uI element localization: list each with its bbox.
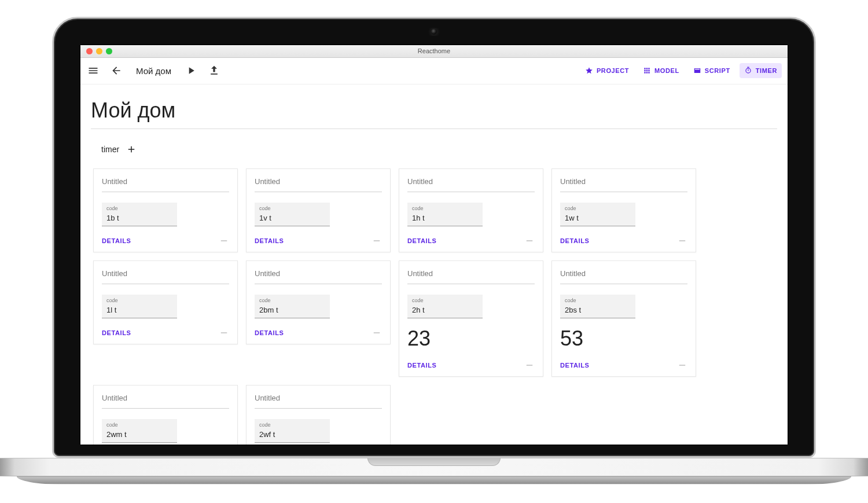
- timer-card: UntitledcodeDETAILS: [93, 260, 238, 344]
- section-label: timer: [101, 145, 119, 154]
- details-button[interactable]: DETAILS: [255, 237, 284, 244]
- section-header: timer: [91, 144, 777, 155]
- card-actions: DETAILS: [560, 236, 687, 246]
- code-field[interactable]: code: [255, 419, 330, 443]
- remove-icon[interactable]: [372, 328, 382, 338]
- code-field[interactable]: code: [102, 295, 177, 318]
- remove-icon[interactable]: [524, 360, 535, 370]
- code-input[interactable]: [106, 214, 172, 222]
- script-icon: [693, 67, 701, 75]
- remove-icon[interactable]: [219, 328, 229, 338]
- code-field[interactable]: code: [560, 203, 635, 226]
- timer-card: UntitledcodeDETAILS: [551, 168, 696, 252]
- code-field[interactable]: code: [407, 295, 483, 318]
- code-input[interactable]: [259, 214, 325, 222]
- details-button[interactable]: DETAILS: [102, 237, 131, 244]
- code-field[interactable]: code: [560, 295, 635, 318]
- upload-icon[interactable]: [207, 64, 221, 78]
- window-titlebar: Reacthome: [80, 45, 788, 58]
- code-field[interactable]: code: [102, 203, 177, 226]
- page-title: Мой дом: [91, 98, 777, 129]
- card-actions: DETAILS: [102, 328, 229, 338]
- star-icon: [585, 67, 593, 75]
- card-title: Untitled: [102, 394, 229, 409]
- add-icon[interactable]: [126, 144, 137, 155]
- details-button[interactable]: DETAILS: [407, 237, 436, 244]
- details-button[interactable]: DETAILS: [560, 362, 589, 369]
- tab-label: PROJECT: [597, 67, 629, 74]
- details-button[interactable]: DETAILS: [407, 362, 436, 369]
- menu-icon[interactable]: [86, 64, 100, 78]
- card-actions: DETAILS: [560, 360, 687, 370]
- code-field[interactable]: code: [407, 203, 483, 226]
- timer-icon: [744, 67, 752, 75]
- code-label: code: [106, 205, 172, 211]
- screen-frame: Reacthome Мой дом: [79, 44, 789, 446]
- tab-script[interactable]: SCRIPT: [689, 63, 735, 78]
- laptop-notch: [367, 458, 501, 466]
- tab-project[interactable]: PROJECT: [580, 63, 634, 78]
- timer-card: UntitledcodeDETAILS: [399, 168, 543, 252]
- back-icon[interactable]: [109, 64, 123, 78]
- card-actions: DETAILS: [255, 236, 382, 246]
- card-title: Untitled: [560, 269, 687, 284]
- code-label: code: [565, 205, 631, 211]
- app-toolbar: Мой дом PROJECT: [80, 58, 788, 85]
- tab-label: MODEL: [654, 67, 679, 74]
- card-title: Untitled: [102, 177, 229, 192]
- card-title: Untitled: [102, 269, 229, 284]
- code-field[interactable]: code: [255, 295, 330, 318]
- card-actions: DETAILS: [407, 236, 535, 246]
- play-icon[interactable]: [184, 64, 198, 78]
- tab-label: SCRIPT: [705, 67, 730, 74]
- laptop-base: [0, 458, 868, 487]
- code-label: code: [259, 422, 325, 428]
- card-actions: DETAILS: [102, 236, 229, 246]
- card-actions: DETAILS: [407, 360, 535, 370]
- code-label: code: [106, 298, 172, 303]
- window-title: Reacthome: [80, 47, 788, 54]
- code-input[interactable]: [259, 430, 325, 439]
- card-title: Untitled: [255, 394, 382, 409]
- code-field[interactable]: code: [102, 419, 177, 443]
- code-input[interactable]: [565, 214, 631, 222]
- code-input[interactable]: [565, 306, 631, 314]
- camera-icon: [425, 28, 443, 36]
- code-input[interactable]: [106, 306, 172, 314]
- timer-card: Untitledcode53: [93, 385, 238, 445]
- code-label: code: [259, 298, 325, 303]
- tab-model[interactable]: MODEL: [638, 63, 684, 78]
- card-title: Untitled: [407, 177, 535, 192]
- timer-cards-grid: UntitledcodeDETAILSUntitledcodeDETAILSUn…: [91, 168, 777, 445]
- details-button[interactable]: DETAILS: [102, 329, 131, 336]
- details-button[interactable]: DETAILS: [560, 237, 589, 244]
- code-input[interactable]: [412, 306, 478, 314]
- timer-card: Untitledcode53DETAILS: [551, 260, 696, 377]
- code-input[interactable]: [412, 214, 478, 222]
- code-field[interactable]: code: [255, 203, 330, 226]
- nav-tabs: PROJECT MODEL SCRIPT TIMER: [580, 63, 782, 78]
- code-label: code: [259, 205, 325, 211]
- tab-label: TIMER: [756, 67, 777, 74]
- timer-card: UntitledcodeDETAILS: [246, 168, 391, 252]
- remove-icon[interactable]: [524, 236, 535, 246]
- code-input[interactable]: [106, 430, 172, 439]
- card-actions: DETAILS: [255, 328, 382, 338]
- remove-icon[interactable]: [677, 360, 687, 370]
- timer-card: Untitledcode23DETAILS: [399, 260, 543, 377]
- project-name: Мой дом: [136, 66, 171, 76]
- tab-timer[interactable]: TIMER: [740, 63, 782, 78]
- details-button[interactable]: DETAILS: [255, 329, 284, 336]
- remove-icon[interactable]: [372, 236, 382, 246]
- code-label: code: [565, 298, 631, 303]
- code-label: code: [412, 298, 478, 303]
- timer-card: UntitledcodeDETAILS: [246, 385, 391, 445]
- timer-value: 23: [407, 326, 535, 351]
- remove-icon[interactable]: [677, 236, 687, 246]
- code-label: code: [412, 205, 478, 211]
- grid-icon: [643, 67, 651, 75]
- toolbar-left: Мой дом: [86, 64, 221, 78]
- app-body[interactable]: Мой дом timer UntitledcodeDETAILSUntitle…: [80, 85, 788, 445]
- remove-icon[interactable]: [219, 236, 229, 246]
- code-input[interactable]: [259, 306, 325, 314]
